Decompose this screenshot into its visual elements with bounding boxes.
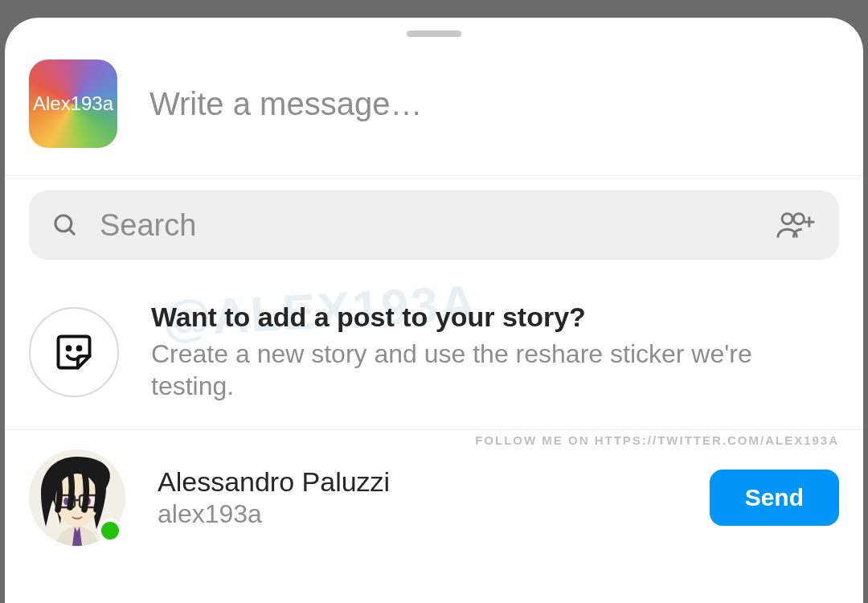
story-prompt-title: Want to add a post to your story? xyxy=(151,302,762,333)
search-input[interactable] xyxy=(100,208,775,243)
svg-point-3 xyxy=(793,214,804,224)
drag-handle[interactable] xyxy=(407,31,461,37)
drag-handle-area[interactable] xyxy=(5,18,863,37)
compose-avatar[interactable]: Alex193a xyxy=(29,59,117,148)
send-button[interactable]: Send xyxy=(710,470,839,526)
share-sheet: Alex193a @ALEX193A xyxy=(5,18,863,603)
sticker-icon xyxy=(53,331,95,373)
search-icon xyxy=(51,211,79,239)
story-prompt-subtitle: Create a new story and use the reshare s… xyxy=(151,338,762,402)
search-bar[interactable] xyxy=(29,191,839,260)
contact-row: FOLLOW ME ON HTTPS://TWITTER.COM/ALEX193… xyxy=(5,430,863,546)
compose-avatar-label: Alex193a xyxy=(33,92,113,115)
follow-banner: FOLLOW ME ON HTTPS://TWITTER.COM/ALEX193… xyxy=(475,433,839,447)
sticker-circle xyxy=(29,307,119,397)
contact-name: Alessandro Paluzzi xyxy=(158,466,710,498)
contact-avatar-wrap[interactable] xyxy=(29,449,125,546)
svg-line-1 xyxy=(69,229,75,235)
message-input[interactable] xyxy=(149,86,839,122)
search-section xyxy=(5,176,863,268)
svg-point-6 xyxy=(68,347,71,350)
presence-indicator xyxy=(98,519,122,543)
svg-point-2 xyxy=(782,214,792,224)
contact-text: Alessandro Paluzzi alex193a xyxy=(158,466,710,529)
story-prompt-row[interactable]: @ALEX193A Want to add a post to your sto… xyxy=(5,268,863,430)
contact-handle: alex193a xyxy=(158,499,710,529)
svg-point-0 xyxy=(55,215,72,232)
svg-point-7 xyxy=(78,347,81,350)
story-prompt-text: Want to add a post to your story? Create… xyxy=(151,302,762,402)
compose-row: Alex193a xyxy=(5,37,863,176)
add-people-icon[interactable] xyxy=(775,209,817,241)
